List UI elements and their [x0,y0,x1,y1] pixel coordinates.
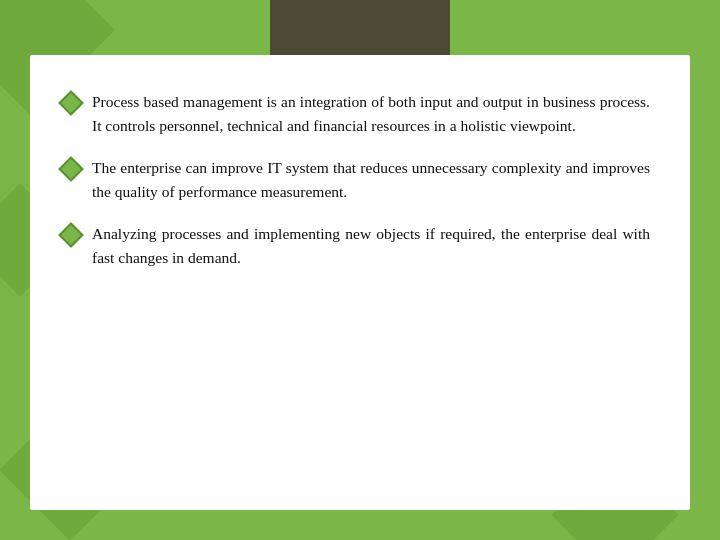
bullet-list: Process based management is an integrati… [60,90,650,270]
bullet-icon-2 [60,158,82,180]
bullet-icon-3 [60,224,82,246]
bullet-icon-1 [60,92,82,114]
bullet-text-3: Analyzing processes and implementing new… [92,222,650,270]
bullet-text-1: Process based management is an integrati… [92,90,650,138]
list-item: The enterprise can improve IT system tha… [60,156,650,204]
list-item: Process based management is an integrati… [60,90,650,138]
bullet-text-2: The enterprise can improve IT system tha… [92,156,650,204]
list-item: Analyzing processes and implementing new… [60,222,650,270]
content-card: Process based management is an integrati… [30,55,690,510]
